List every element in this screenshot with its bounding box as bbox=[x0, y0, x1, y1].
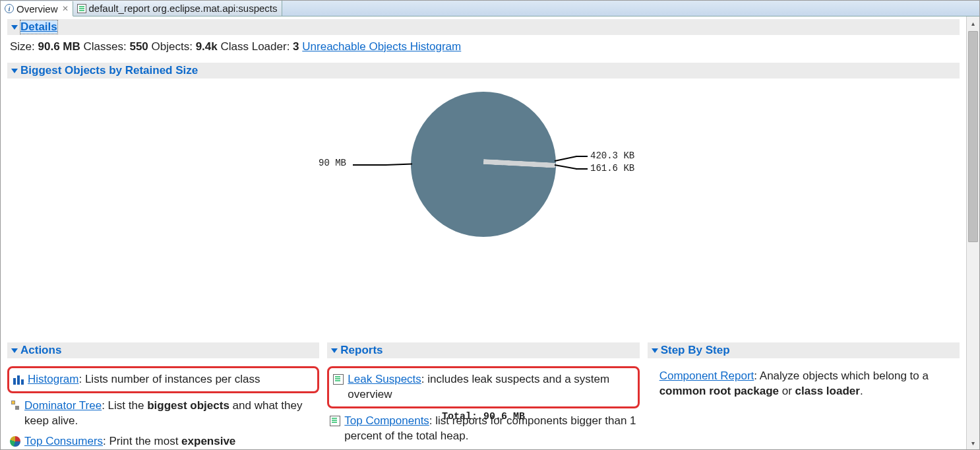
section-biggest-header[interactable]: Biggest Objects by Retained Size bbox=[7, 63, 960, 79]
section-title: Biggest Objects by Retained Size bbox=[20, 64, 198, 77]
content-area: Details Size: 90.6 MB Classes: 550 Objec… bbox=[1, 16, 966, 449]
tab-bar: i Overview ✕ default_report org.eclipse.… bbox=[1, 1, 979, 16]
unreachable-objects-link[interactable]: Unreachable Objects Histogram bbox=[302, 40, 461, 53]
scroll-up-icon[interactable]: ▴ bbox=[967, 16, 979, 30]
tab-label: Overview bbox=[16, 3, 58, 15]
tree-icon bbox=[10, 401, 20, 411]
close-icon[interactable]: ✕ bbox=[62, 4, 69, 13]
tab-label: default_report org.eclipse.mat.api:suspe… bbox=[89, 3, 278, 14]
pie-total: Total: 90.6 MB bbox=[442, 411, 525, 422]
tab-default-report[interactable]: default_report org.eclipse.mat.api:suspe… bbox=[73, 1, 282, 16]
report-icon bbox=[333, 374, 344, 385]
pie-label-main: 90 MB bbox=[319, 158, 346, 168]
report-icon bbox=[77, 4, 86, 13]
scrollbar[interactable]: ▴ ▾ bbox=[966, 16, 979, 449]
section-title: Details bbox=[20, 20, 57, 34]
pie-label-2: 161.6 KB bbox=[590, 163, 634, 174]
scroll-thumb[interactable] bbox=[968, 31, 978, 242]
pie-icon bbox=[10, 436, 20, 447]
chevron-down-icon bbox=[11, 25, 18, 30]
report-icon bbox=[330, 416, 340, 426]
pie-label-1: 420.3 KB bbox=[590, 150, 634, 161]
chevron-down-icon bbox=[11, 69, 18, 73]
tab-overview[interactable]: i Overview ✕ bbox=[1, 1, 73, 16]
info-icon: i bbox=[5, 4, 14, 13]
action-top-consumers[interactable]: Top Consumers: Print the most expensive bbox=[7, 432, 319, 449]
details-line: Size: 90.6 MB Classes: 550 Objects: 9.4k… bbox=[7, 35, 960, 63]
section-details-header[interactable]: Details bbox=[7, 19, 960, 35]
scroll-down-icon[interactable]: ▾ bbox=[967, 436, 979, 449]
pie-chart: 90 MB 420.3 KB 161.6 KB Total: 90.6 MB bbox=[7, 79, 960, 316]
